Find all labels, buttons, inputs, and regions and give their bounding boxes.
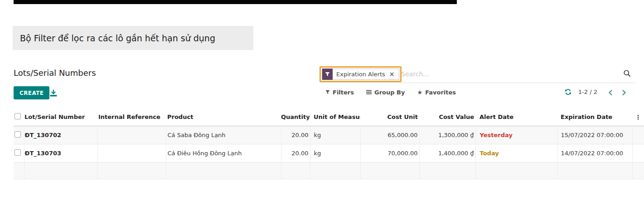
chevron-right-icon[interactable] xyxy=(622,89,626,95)
optional-columns-icon[interactable] xyxy=(632,108,644,126)
cell-internal-reference[interactable] xyxy=(97,126,166,144)
search-options-bar: Filters Group By ★ Favorites xyxy=(325,89,456,96)
column-header-internal-reference[interactable]: Internal Reference xyxy=(97,108,166,126)
filler-cell xyxy=(14,162,24,179)
filler-cell xyxy=(24,162,97,179)
row-checkbox[interactable] xyxy=(15,131,21,138)
cell-product[interactable]: Cá Điêu Hồng Đông Lạnh xyxy=(166,144,281,162)
filters-button[interactable]: Filters xyxy=(325,89,354,96)
favorites-star-icon: ★ xyxy=(417,89,422,95)
table-row[interactable]: ĐT_130703Cá Điêu Hồng Đông Lạnh20.00kg70… xyxy=(14,144,644,162)
pager-range: 1-2 / 2 xyxy=(578,89,597,95)
filter-funnel-icon xyxy=(322,69,333,80)
column-header-expiration-date[interactable]: Expiration Date xyxy=(557,108,632,126)
row-checkbox[interactable] xyxy=(15,149,21,156)
cell-uom[interactable]: kg xyxy=(310,144,360,162)
create-button[interactable]: CREATE xyxy=(14,86,49,99)
row-end-cell xyxy=(632,144,644,162)
list-view: Lot/Serial NumberInternal ReferenceProdu… xyxy=(14,108,644,179)
page-title: Lots/Serial Numbers xyxy=(14,68,96,78)
cell-alert-date[interactable]: Today xyxy=(475,144,557,162)
filler-cell xyxy=(632,162,644,179)
annotation-caption-box: Bộ Filter để lọc ra các lô gần hết hạn s… xyxy=(13,26,253,50)
cell-product[interactable]: Cá Saba Đông Lạnh xyxy=(166,126,281,144)
cell-uom[interactable]: kg xyxy=(310,126,360,144)
filler-cell xyxy=(281,162,310,179)
cell-lot[interactable]: ĐT_130703 xyxy=(24,144,97,162)
row-end-cell xyxy=(632,126,644,144)
cell-cost-value[interactable]: 1,300,000 ₫ xyxy=(419,126,475,144)
cell-quantity[interactable]: 20.00 xyxy=(281,126,310,144)
lots-table: Lot/Serial NumberInternal ReferenceProdu… xyxy=(14,108,644,179)
group-by-button[interactable]: Group By xyxy=(366,89,405,96)
chevron-left-icon[interactable] xyxy=(608,89,613,95)
column-header-alert-date[interactable]: Alert Date xyxy=(475,108,557,126)
cell-cost-unit[interactable]: 65,000.00 xyxy=(360,126,419,144)
empty-filler-row xyxy=(14,162,644,179)
column-header-cost-unit[interactable]: Cost Unit xyxy=(360,108,419,126)
search-bar[interactable]: Expiration Alerts × Search... xyxy=(320,66,635,83)
filler-cell xyxy=(557,162,632,179)
column-header-unit-of-measure[interactable]: Unit of Measure xyxy=(310,108,360,126)
annotation-highlight-box: Expiration Alerts × xyxy=(320,66,402,82)
filler-cell xyxy=(360,162,419,179)
filters-label: Filters xyxy=(333,89,354,96)
filler-cell xyxy=(97,162,166,179)
pager: 1-2 / 2 xyxy=(564,88,626,96)
search-facet-label: Expiration Alerts xyxy=(333,71,388,78)
favorites-label: Favorites xyxy=(425,89,456,96)
filler-cell xyxy=(419,162,475,179)
filler-cell xyxy=(166,162,281,179)
cell-internal-reference[interactable] xyxy=(97,144,166,162)
search-facet[interactable]: Expiration Alerts × xyxy=(322,69,399,80)
select-all-cell xyxy=(14,108,24,126)
column-header-quantity[interactable]: Quantity xyxy=(281,108,310,126)
cell-quantity[interactable]: 20.00 xyxy=(281,144,310,162)
select-all-checkbox[interactable] xyxy=(15,113,21,119)
filler-cell xyxy=(475,162,557,179)
favorites-button[interactable]: ★ Favorites xyxy=(417,89,456,96)
top-cropped-bar xyxy=(14,0,457,4)
export-download-icon[interactable] xyxy=(50,89,57,97)
group-by-label: Group By xyxy=(374,89,405,96)
refresh-icon[interactable] xyxy=(564,88,572,96)
cell-cost-unit[interactable]: 70,000.00 xyxy=(360,144,419,162)
cell-alert-date[interactable]: Yesterday xyxy=(475,126,557,144)
row-select-cell xyxy=(14,126,24,144)
column-header-cost-value[interactable]: Cost Value xyxy=(419,108,475,126)
table-header-row: Lot/Serial NumberInternal ReferenceProdu… xyxy=(14,108,644,126)
filters-funnel-icon xyxy=(325,89,330,96)
column-header-lot-serial-number[interactable]: Lot/Serial Number xyxy=(24,108,97,126)
column-header-product[interactable]: Product xyxy=(166,108,281,126)
cell-expiration-date[interactable]: 14/07/2022 07:00:00 xyxy=(557,144,632,162)
cell-expiration-date[interactable]: 15/07/2022 07:00:00 xyxy=(557,126,632,144)
filler-cell xyxy=(310,162,360,179)
cell-lot[interactable]: ĐT_130702 xyxy=(24,126,97,144)
search-input[interactable]: Search... xyxy=(401,70,429,78)
annotation-caption-text: Bộ Filter để lọc ra các lô gần hết hạn s… xyxy=(20,33,215,43)
group-by-icon xyxy=(366,89,372,96)
cell-cost-value[interactable]: 1,400,000 ₫ xyxy=(419,144,475,162)
facet-remove-button[interactable]: × xyxy=(388,69,399,80)
search-icon[interactable] xyxy=(623,69,631,77)
table-row[interactable]: ĐT_130702Cá Saba Đông Lạnh20.00kg65,000.… xyxy=(14,126,644,144)
row-select-cell xyxy=(14,144,24,162)
table-body: ĐT_130702Cá Saba Đông Lạnh20.00kg65,000.… xyxy=(14,126,644,179)
